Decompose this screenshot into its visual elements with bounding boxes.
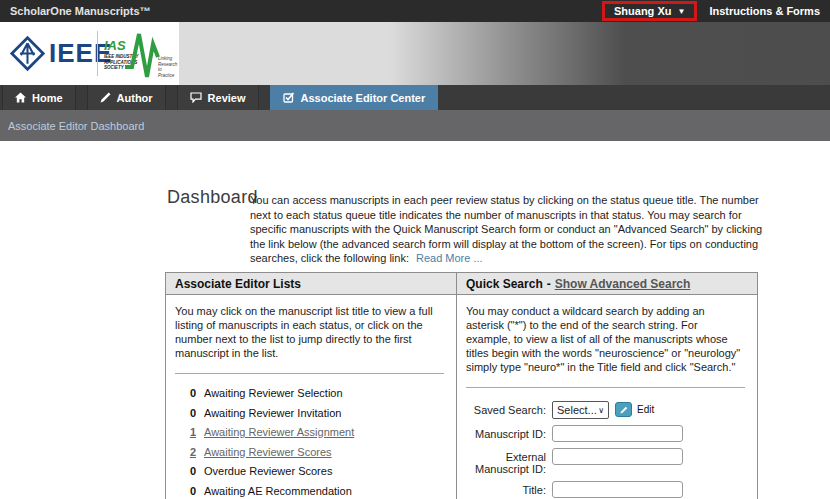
ias-logo: IAS IEEE INDUSTRY APPLICATIONS SOCIETY L… <box>102 29 178 81</box>
queue-row: 1 Awaiting Reviewer Assignment <box>175 426 444 438</box>
instructions-forms-link[interactable]: Instructions & Forms <box>709 5 820 17</box>
queue-label: Awaiting Reviewer Selection <box>204 387 343 399</box>
title-separator: - <box>547 277 551 291</box>
queue-label-link[interactable]: Awaiting Reviewer Scores <box>204 446 332 458</box>
queue-label: Awaiting Reviewer Invitation <box>204 407 341 419</box>
edit-button-label: Edit <box>637 401 654 415</box>
manuscript-id-label: Manuscript ID: <box>466 425 552 440</box>
pencil-icon <box>100 92 111 103</box>
quick-search-panel: You may conduct a wildcard search by add… <box>457 295 757 499</box>
checkbox-check-icon <box>283 92 295 103</box>
chevron-down-icon: ∨ <box>598 406 604 415</box>
main-nav: Home Author Review Associate Editor Cent… <box>0 85 830 110</box>
saved-search-value: Select... <box>557 404 597 416</box>
breadcrumb-bar: Associate Editor Dashboard <box>0 110 830 141</box>
ieee-diamond-icon <box>9 35 46 72</box>
panels-header-row: Associate Editor Lists Quick Search - Sh… <box>166 273 757 295</box>
page-title: Dashboard <box>167 187 258 208</box>
tab-label: Home <box>32 92 63 104</box>
external-manuscript-id-label: External Manuscript ID: <box>466 448 552 475</box>
queue-count-link[interactable]: 1 <box>175 426 196 438</box>
dashboard-intro: You can access manuscripts in each peer … <box>250 193 766 266</box>
title-label: Title: <box>466 481 552 496</box>
tab-home[interactable]: Home <box>2 85 76 110</box>
edit-saved-search-button[interactable] <box>615 402 632 417</box>
queue-count: 0 <box>175 465 196 477</box>
tab-label: Associate Editor Center <box>301 92 426 104</box>
queue-row: 0 Awaiting Reviewer Invitation <box>175 407 444 419</box>
queue-label: Awaiting AE Recommendation <box>204 485 352 497</box>
header-band: IEEE IAS IEEE INDUSTRY APPLICATIONS SOCI… <box>0 22 830 85</box>
saved-search-label: Saved Search: <box>466 401 552 416</box>
quick-search-panel-header: Quick Search - Show Advanced Search <box>457 273 757 294</box>
saved-search-row: Saved Search: Select... ∨ Edit <box>466 401 745 419</box>
tab-author[interactable]: Author <box>87 85 166 110</box>
title-input[interactable] <box>552 481 683 498</box>
dashboard-panels: Associate Editor Lists Quick Search - Sh… <box>165 272 758 499</box>
read-more-link[interactable]: Read More ... <box>416 252 483 264</box>
queue-count: 0 <box>175 407 196 419</box>
queue-count: 0 <box>175 485 196 497</box>
ias-tagline-text: Linking Research to Practice <box>158 56 178 78</box>
top-bar-right: Shuang Xu ▼ Instructions & Forms <box>602 1 820 21</box>
show-advanced-search-link[interactable]: Show Advanced Search <box>555 277 691 291</box>
top-bar: ScholarOne Manuscripts™ Shuang Xu ▼ Inst… <box>0 0 830 22</box>
lists-panel-title: Associate Editor Lists <box>166 273 457 294</box>
user-menu-label: Shuang Xu <box>614 5 671 17</box>
speech-bubble-icon <box>190 92 202 103</box>
intro-text: You can access manuscripts in each peer … <box>250 194 762 264</box>
saved-search-select[interactable]: Select... ∨ <box>552 401 609 419</box>
queue-label-link[interactable]: Awaiting Reviewer Assignment <box>204 426 354 438</box>
tab-associate-editor-center[interactable]: Associate Editor Center <box>270 85 439 110</box>
queue-count-link[interactable]: 2 <box>175 446 196 458</box>
lists-description: You may click on the manuscript list tit… <box>175 304 444 360</box>
user-menu[interactable]: Shuang Xu ▼ <box>602 1 697 21</box>
tab-label: Author <box>117 92 153 104</box>
external-manuscript-id-input[interactable] <box>552 448 683 465</box>
external-manuscript-id-row: External Manuscript ID: <box>466 448 745 475</box>
breadcrumb: Associate Editor Dashboard <box>8 120 144 132</box>
journal-logo: IEEE IAS IEEE INDUSTRY APPLICATIONS SOCI… <box>0 22 179 85</box>
chevron-down-icon: ▼ <box>677 7 685 16</box>
tab-label: Review <box>208 92 246 104</box>
pencil-icon <box>620 406 628 414</box>
manuscript-id-input[interactable] <box>552 425 683 442</box>
queue-row: 0 Awaiting Reviewer Selection <box>175 387 444 399</box>
app-title: ScholarOne Manuscripts™ <box>10 5 151 17</box>
divider <box>175 373 444 374</box>
divider <box>466 387 745 388</box>
queue-row: 0 Awaiting AE Recommendation <box>175 485 444 497</box>
ias-logo-text: IAS <box>104 38 126 53</box>
associate-editor-lists-panel: You may click on the manuscript list tit… <box>166 295 457 499</box>
panels-body-row: You may click on the manuscript list tit… <box>166 295 757 499</box>
content-area: Dashboard You can access manuscripts in … <box>0 141 830 499</box>
title-row: Title: <box>466 481 745 498</box>
manuscript-id-row: Manuscript ID: <box>466 425 745 442</box>
tab-review[interactable]: Review <box>177 85 259 110</box>
queue-label: Overdue Reviewer Scores <box>204 465 332 477</box>
quick-search-description: You may conduct a wildcard search by add… <box>466 304 745 374</box>
ias-waveform-icon <box>124 30 160 80</box>
home-icon <box>15 92 26 103</box>
queue-count: 0 <box>175 387 196 399</box>
queue-row: 0 Overdue Reviewer Scores <box>175 465 444 477</box>
logo-divider <box>97 31 98 76</box>
queue-row: 2 Awaiting Reviewer Scores <box>175 446 444 458</box>
scholarone-window: ScholarOne Manuscripts™ Shuang Xu ▼ Inst… <box>0 0 830 499</box>
quick-search-title: Quick Search <box>466 277 543 291</box>
